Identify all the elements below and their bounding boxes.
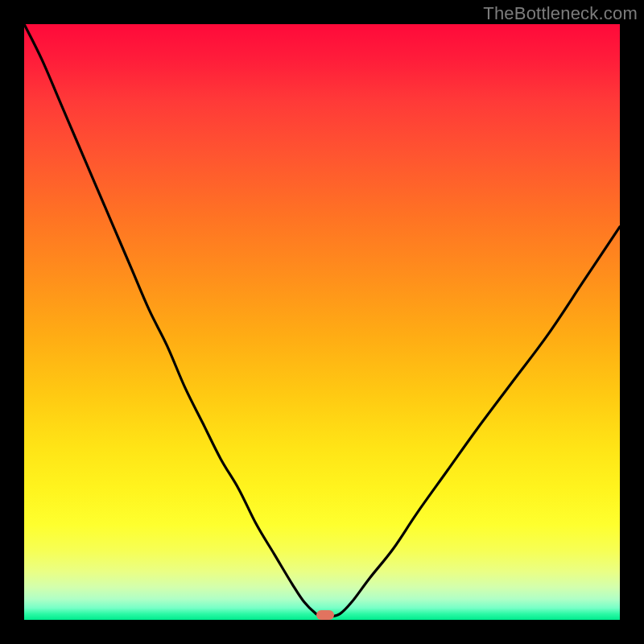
bottleneck-curve [24, 24, 620, 620]
chart-frame: TheBottleneck.com [0, 0, 644, 644]
optimal-marker [316, 610, 334, 620]
plot-area [24, 24, 620, 620]
watermark-text: TheBottleneck.com [483, 3, 638, 24]
